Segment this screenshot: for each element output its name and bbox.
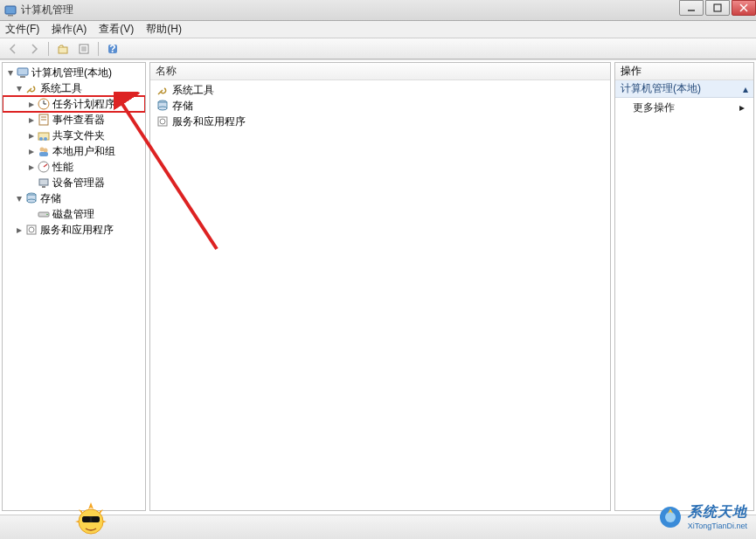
tree-label: 系统工具 — [40, 81, 82, 96]
help-button[interactable]: ? — [103, 40, 122, 58]
list-item-services-apps[interactable]: 服务和应用程序 — [150, 114, 610, 129]
blank-expander — [27, 178, 36, 187]
actions-section[interactable]: 计算机管理(本地) ▴ — [615, 80, 753, 98]
chevron-right-icon: ▸ — [739, 101, 745, 114]
list-item-storage[interactable]: 存储 — [150, 98, 610, 114]
window-buttons — [677, 0, 756, 16]
svg-point-33 — [27, 199, 36, 203]
brand-name: 系统天地 — [688, 503, 747, 522]
tree-label: 本地用户和组 — [52, 144, 115, 159]
tree-label: 性能 — [52, 160, 73, 175]
actions-more-link[interactable]: 更多操作 ▸ — [615, 98, 753, 117]
watermark-brand: 系统天地 XiTongTianDi.net — [658, 503, 747, 530]
chevron-right-icon: ▸ — [27, 131, 36, 140]
svg-rect-47 — [92, 516, 100, 522]
tree-event-viewer[interactable]: ▸ 事件查看器 — [3, 112, 145, 128]
menu-file[interactable]: 文件(F) — [5, 22, 39, 37]
storage-icon — [24, 191, 38, 205]
svg-rect-29 — [39, 179, 48, 185]
shared-folder-icon — [37, 128, 51, 142]
tools-icon — [24, 81, 38, 95]
brand-logo-icon — [658, 505, 683, 529]
navigation-tree: ▾ 计算机管理(本地) ▾ 系统工具 ▸ 任务计划程序 ▸ 事件查看器 ▸ — [3, 63, 145, 510]
properties-button[interactable] — [74, 40, 94, 58]
tree-label: 磁盘管理 — [52, 207, 94, 222]
close-button[interactable] — [732, 0, 756, 16]
window-title: 计算机管理 — [21, 3, 73, 17]
column-header-name[interactable]: 名称 — [150, 63, 610, 80]
minimize-button[interactable] — [679, 0, 704, 16]
list-panel: 名称 系统工具 存储 服务和应用程序 — [149, 62, 611, 511]
chevron-right-icon: ▸ — [15, 225, 24, 234]
tree-label: 存储 — [40, 191, 61, 206]
toolbar: ? — [0, 38, 756, 59]
brand-url: XiTongTianDi.net — [688, 522, 747, 530]
column-label: 名称 — [156, 64, 177, 79]
svg-point-22 — [39, 137, 43, 141]
disk-icon — [37, 207, 51, 221]
clock-icon — [37, 97, 51, 111]
up-button[interactable] — [53, 40, 73, 58]
sun-decoration — [70, 499, 112, 537]
chevron-down-icon: ▾ — [15, 84, 24, 93]
chevron-right-icon: ▸ — [27, 100, 36, 108]
tree-task-scheduler[interactable]: ▸ 任务计划程序 — [3, 96, 145, 112]
chevron-right-icon: ▸ — [27, 115, 36, 124]
users-icon — [37, 144, 51, 158]
svg-rect-6 — [59, 47, 67, 53]
chevron-right-icon: ▸ — [27, 162, 36, 171]
list-item-system-tools[interactable]: 系统工具 — [150, 82, 610, 98]
blank-expander — [27, 210, 36, 218]
tree-label: 计算机管理(本地) — [31, 66, 112, 80]
svg-point-23 — [44, 137, 47, 141]
tree-label: 事件查看器 — [52, 113, 105, 128]
menubar: 文件(F) 操作(A) 查看(V) 帮助(H) — [0, 21, 756, 38]
content-area: ▾ 计算机管理(本地) ▾ 系统工具 ▸ 任务计划程序 ▸ 事件查看器 ▸ — [0, 59, 756, 513]
back-button[interactable] — [3, 40, 23, 58]
list-label: 服务和应用程序 — [172, 114, 246, 129]
app-icon — [3, 3, 17, 17]
collapse-up-icon: ▴ — [743, 83, 748, 95]
svg-rect-3 — [714, 4, 721, 11]
forward-button[interactable] — [24, 40, 44, 58]
tree-panel: ▾ 计算机管理(本地) ▾ 系统工具 ▸ 任务计划程序 ▸ 事件查看器 ▸ — [2, 62, 146, 511]
tree-label: 设备管理器 — [52, 176, 105, 190]
services-icon — [156, 114, 170, 128]
tools-icon — [156, 83, 170, 97]
maximize-button[interactable] — [705, 0, 730, 16]
computer-icon — [16, 66, 30, 79]
toolbar-separator — [48, 42, 49, 56]
chevron-down-icon: ▾ — [15, 194, 24, 203]
tree-local-users[interactable]: ▸ 本地用户和组 — [3, 143, 145, 159]
window-titlebar: 计算机管理 — [0, 0, 756, 21]
svg-line-28 — [44, 164, 47, 167]
tree-performance[interactable]: ▸ 性能 — [3, 159, 145, 175]
svg-point-25 — [44, 149, 48, 153]
actions-section-label: 计算机管理(本地) — [621, 81, 701, 96]
list-label: 系统工具 — [172, 83, 214, 98]
tree-disk-management[interactable]: 磁盘管理 — [3, 206, 145, 222]
tree-label: 服务和应用程序 — [40, 223, 114, 238]
menu-help[interactable]: 帮助(H) — [146, 22, 182, 37]
tree-system-tools[interactable]: ▾ 系统工具 — [3, 80, 145, 96]
statusbar — [0, 515, 756, 539]
chevron-down-icon: ▾ — [6, 68, 15, 77]
svg-point-40 — [158, 107, 167, 110]
svg-rect-46 — [82, 516, 90, 522]
svg-rect-13 — [17, 68, 28, 75]
actions-header: 操作 — [615, 63, 753, 80]
storage-icon — [156, 99, 170, 113]
event-log-icon — [37, 113, 51, 127]
svg-rect-1 — [8, 15, 13, 17]
tree-shared-folders[interactable]: ▸ 共享文件夹 — [3, 128, 145, 143]
tree-root-computer-management[interactable]: ▾ 计算机管理(本地) — [3, 65, 145, 80]
performance-icon — [37, 160, 51, 174]
tree-services-apps[interactable]: ▸ 服务和应用程序 — [3, 222, 145, 238]
services-icon — [24, 223, 38, 237]
tree-storage[interactable]: ▾ 存储 — [3, 190, 145, 206]
menu-view[interactable]: 查看(V) — [99, 22, 134, 37]
toolbar-separator — [98, 42, 99, 56]
tree-device-manager[interactable]: 设备管理器 — [3, 175, 145, 190]
menu-action[interactable]: 操作(A) — [52, 22, 87, 37]
device-icon — [37, 176, 51, 190]
